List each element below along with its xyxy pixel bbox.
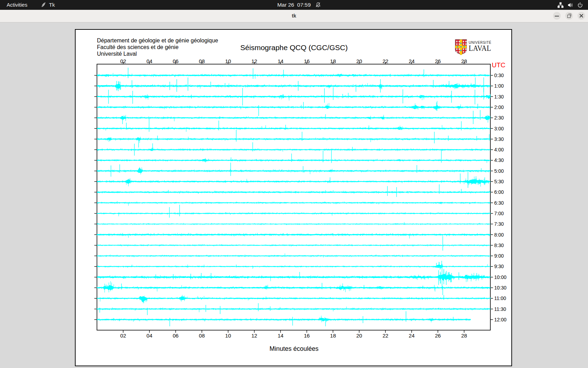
svg-text:16: 16	[304, 333, 310, 339]
svg-text:20: 20	[356, 58, 362, 64]
svg-text:6:30: 6:30	[494, 200, 504, 206]
svg-text:12: 12	[251, 333, 257, 339]
svg-text:28: 28	[461, 333, 467, 339]
svg-text:1:30: 1:30	[494, 94, 504, 100]
svg-text:02: 02	[120, 58, 126, 64]
svg-text:08: 08	[199, 333, 205, 339]
svg-text:8:30: 8:30	[494, 243, 504, 248]
svg-text:10: 10	[225, 58, 231, 64]
svg-text:02: 02	[120, 333, 126, 339]
svg-text:22: 22	[383, 58, 388, 64]
svg-text:1:00: 1:00	[494, 83, 504, 89]
svg-text:06: 06	[173, 333, 178, 339]
svg-text:0:30: 0:30	[494, 73, 504, 78]
svg-text:Minutes écoulées: Minutes écoulées	[270, 345, 318, 352]
svg-text:10:30: 10:30	[494, 285, 506, 291]
svg-text:8:00: 8:00	[494, 232, 504, 238]
svg-text:14: 14	[278, 58, 284, 64]
svg-text:22: 22	[383, 333, 388, 339]
svg-text:5:30: 5:30	[494, 179, 504, 184]
svg-text:08: 08	[199, 58, 205, 64]
svg-text:6:00: 6:00	[494, 189, 504, 195]
svg-text:16: 16	[304, 58, 310, 64]
svg-text:10: 10	[225, 333, 231, 339]
svg-text:18: 18	[330, 58, 336, 64]
svg-text:4:00: 4:00	[494, 147, 504, 152]
svg-text:26: 26	[435, 333, 441, 339]
svg-text:2:30: 2:30	[494, 115, 504, 121]
svg-text:9:00: 9:00	[494, 253, 504, 259]
svg-text:28: 28	[461, 58, 467, 64]
svg-text:20: 20	[356, 333, 362, 339]
svg-text:UTC: UTC	[492, 61, 505, 69]
svg-text:04: 04	[147, 333, 153, 339]
svg-text:9:30: 9:30	[494, 264, 504, 269]
svg-text:3:30: 3:30	[494, 136, 504, 142]
svg-text:18: 18	[330, 333, 336, 339]
svg-text:3:00: 3:00	[494, 126, 504, 131]
svg-text:26: 26	[435, 58, 441, 64]
svg-text:04: 04	[147, 58, 153, 64]
svg-text:5:00: 5:00	[494, 168, 504, 174]
svg-text:24: 24	[409, 333, 415, 339]
svg-text:4:30: 4:30	[494, 157, 504, 163]
svg-text:7:00: 7:00	[494, 211, 504, 216]
svg-text:10:00: 10:00	[494, 274, 506, 280]
svg-text:06: 06	[173, 58, 178, 64]
svg-text:14: 14	[278, 333, 284, 339]
svg-text:11:00: 11:00	[494, 295, 506, 301]
svg-text:2:00: 2:00	[494, 104, 504, 110]
svg-text:12: 12	[251, 58, 257, 64]
svg-text:7:30: 7:30	[494, 221, 504, 227]
svg-text:11:30: 11:30	[494, 306, 506, 312]
svg-text:24: 24	[409, 58, 415, 64]
svg-text:12:00: 12:00	[494, 317, 506, 322]
